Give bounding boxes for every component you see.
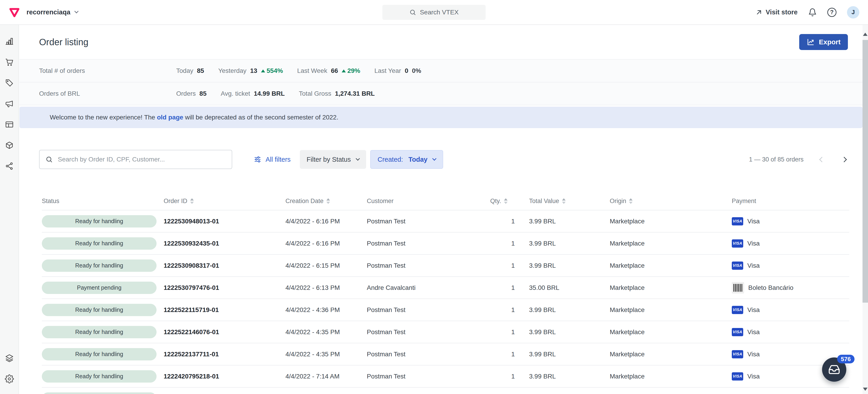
creation-date-cell: 4/4/2022 - 4:35 PM	[285, 328, 367, 336]
payment-label: Visa	[747, 373, 760, 380]
payment-method-icon: VISA	[732, 239, 743, 248]
table-row[interactable]: Ready for handling 1222522146076-01 4/4/…	[42, 321, 849, 343]
status-badge: Payment pending	[42, 282, 157, 294]
column-header-status: Status	[42, 198, 164, 205]
old-page-link[interactable]: old page	[157, 114, 183, 121]
creation-date-cell: 4/4/2022 - 4:36 PM	[285, 306, 367, 314]
order-id-cell: 1222530948013-01	[164, 218, 285, 225]
page-header: Order listing Export	[20, 25, 863, 59]
payment-label: Visa	[747, 328, 760, 336]
table-row[interactable]: Payment pending 1222530797476-01 4/4/202…	[42, 277, 849, 299]
sort-icon	[504, 198, 507, 204]
page-title: Order listing	[39, 37, 88, 47]
table-row[interactable]: Ready for handling 1222522115719-01 4/4/…	[42, 299, 849, 321]
table-row[interactable]: Ready for handling	[42, 388, 849, 394]
account-switcher[interactable]: recorrenciaqa	[27, 8, 78, 16]
payment-cell: VISA Visa	[732, 328, 849, 336]
account-name: recorrenciaqa	[27, 8, 70, 16]
vtex-logo-icon[interactable]	[9, 7, 20, 18]
avatar[interactable]: J	[847, 6, 859, 19]
main-content: Order listing Export Total # of orders T…	[20, 25, 863, 394]
table-row[interactable]: Ready for handling 1222530932435-01 4/4/…	[42, 232, 849, 255]
megaphone-icon[interactable]	[5, 99, 14, 108]
table-row[interactable]: Ready for handling 1222420795218-01 4/4/…	[42, 365, 849, 388]
payment-cell: VISA Visa	[732, 350, 849, 358]
gear-icon[interactable]	[5, 374, 14, 384]
metric-last-week: Last Week 66 29%	[297, 67, 360, 74]
scroll-up-arrow-icon[interactable]	[863, 33, 868, 36]
payment-label: Visa	[747, 351, 760, 358]
share-network-icon[interactable]	[5, 162, 14, 171]
package-icon[interactable]	[5, 141, 14, 150]
avatar-initial: J	[851, 9, 855, 16]
chevron-down-icon	[432, 157, 436, 161]
payment-label: Visa	[747, 262, 760, 269]
status-badge: Ready for handling	[42, 237, 157, 250]
banner-text: Welcome to the new experience! The	[50, 114, 157, 121]
created-filter-prefix: Created:	[377, 156, 403, 163]
total-value-cell: 3.99 BRL	[529, 306, 610, 314]
order-id-cell: 1222530797476-01	[164, 284, 285, 291]
help-button[interactable]	[827, 8, 836, 17]
table-row[interactable]: Ready for handling 1222530948013-01 4/4/…	[42, 210, 849, 232]
origin-cell: Marketplace	[610, 218, 732, 225]
origin-cell: Marketplace	[610, 240, 732, 247]
column-header-qty[interactable]: Qty.	[490, 198, 529, 205]
visit-store-button[interactable]: Visit store	[755, 8, 798, 16]
customer-cell: Postman Test	[367, 306, 490, 314]
order-search-input[interactable]	[57, 156, 226, 163]
layers-icon[interactable]	[5, 354, 14, 363]
column-header-total-value[interactable]: Total Value	[529, 198, 610, 205]
notifications-button[interactable]	[808, 8, 817, 17]
order-id-cell: 1222522146076-01	[164, 328, 285, 336]
search-icon	[45, 156, 53, 163]
scrollbar-thumb[interactable]	[863, 40, 868, 303]
table-row[interactable]: Ready for handling 1222522137711-01 4/4/…	[42, 343, 849, 365]
metric-avg-ticket: Avg. ticket 14.99 BRL	[221, 90, 285, 97]
creation-date-cell: 4/4/2022 - 6:13 PM	[285, 284, 367, 291]
tag-icon[interactable]	[5, 78, 14, 88]
order-id-cell: 1222420795218-01	[164, 373, 285, 380]
chevron-left-icon	[819, 157, 825, 162]
pagination-next-button[interactable]	[840, 156, 848, 163]
status-filter-dropdown[interactable]: Filter by Status	[300, 150, 366, 169]
page-scrollbar[interactable]	[863, 25, 868, 394]
storefront-layout-icon[interactable]	[5, 120, 14, 129]
sidebar-bottom	[5, 354, 14, 384]
status-badge: Ready for handling	[42, 304, 157, 316]
origin-cell: Marketplace	[610, 262, 732, 269]
floating-inbox-button[interactable]: 576	[822, 357, 846, 382]
all-filters-button[interactable]: All filters	[254, 156, 291, 163]
shopping-cart-icon[interactable]	[5, 58, 14, 67]
global-search-placeholder: Search VTEX	[420, 9, 459, 16]
search-icon	[409, 9, 416, 16]
payment-cell: Boleto Bancário	[732, 282, 849, 294]
creation-date-cell: 4/4/2022 - 7:14 AM	[285, 373, 367, 380]
column-header-origin[interactable]: Origin	[610, 198, 732, 205]
line-chart-icon	[807, 38, 815, 46]
table-row[interactable]: Ready for handling 1222530908317-01 4/4/…	[42, 255, 849, 277]
triangle-up-icon	[342, 69, 346, 72]
pagination-prev-button[interactable]	[818, 156, 826, 163]
customer-cell: Postman Test	[367, 373, 490, 380]
bar-chart-icon[interactable]	[5, 37, 14, 46]
global-search[interactable]: Search VTEX	[382, 5, 486, 20]
bell-icon	[808, 8, 817, 17]
payment-method-icon: VISA	[732, 262, 743, 270]
scroll-down-arrow-icon[interactable]	[863, 388, 868, 391]
payment-method-icon: VISA	[732, 306, 743, 314]
order-search-box[interactable]	[39, 150, 232, 169]
export-button[interactable]: Export	[799, 34, 848, 50]
column-header-order-id[interactable]: Order ID	[164, 198, 285, 205]
metric-last-year: Last Year 0 0%	[374, 67, 421, 74]
total-value-cell: 3.99 BRL	[529, 218, 610, 225]
payment-method-icon: VISA	[732, 217, 743, 225]
customer-cell: Postman Test	[367, 240, 490, 247]
payment-cell: VISA Visa	[732, 239, 849, 248]
chevron-right-icon	[841, 157, 847, 162]
total-value-cell: 3.99 BRL	[529, 328, 610, 336]
created-filter-dropdown[interactable]: Created: Today	[370, 150, 443, 169]
customer-cell: Postman Test	[367, 262, 490, 269]
column-header-creation-date[interactable]: Creation Date	[285, 198, 367, 205]
metric-today: Today 85	[176, 67, 204, 74]
